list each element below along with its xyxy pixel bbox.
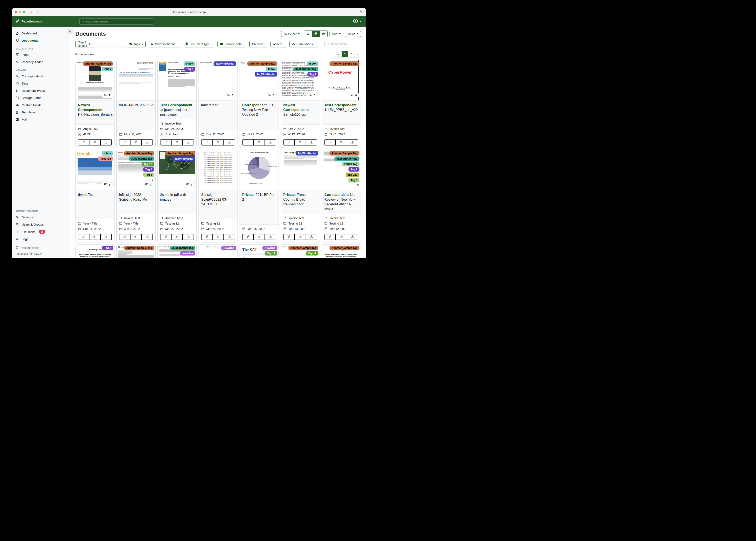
browser-forward-icon[interactable] xyxy=(36,10,39,14)
preview-document-button[interactable] xyxy=(295,139,306,145)
download-document-button[interactable] xyxy=(224,139,235,145)
download-document-button[interactable] xyxy=(183,234,194,240)
document-title[interactable]: Sonstige ScanPC2022 03-24_081058 xyxy=(199,190,237,219)
comment-count-badge[interactable]: 1 xyxy=(184,182,195,188)
document-card[interactable]: Country,Region/State,“1TagWithPartialtab… xyxy=(198,60,238,148)
edit-document-button[interactable] xyxy=(283,139,295,145)
download-document-button[interactable] xyxy=(224,234,235,240)
document-card[interactable]: Patient BP Distribution 2011Normal, 150,… xyxy=(240,150,279,242)
tag-another-sample-tag[interactable]: Another Sample Tag xyxy=(288,246,318,250)
tag-tag-2[interactable]: Tag 2 xyxy=(143,167,154,172)
tag-inbox[interactable]: Inbox xyxy=(102,151,113,156)
tag-another-sample-tag[interactable]: Another Sample Tag xyxy=(247,61,277,66)
sidebar-item-document-types[interactable]: Document Types xyxy=(12,87,70,94)
document-card[interactable]: 1Another Sample TagTagWithPartial2sample… xyxy=(157,150,197,242)
tag-partial-tag[interactable]: Partial Tag xyxy=(342,162,359,166)
tag-tag-2[interactable]: Tag 2 xyxy=(184,67,195,71)
view-mode-list-button[interactable] xyxy=(304,31,312,37)
document-thumbnail[interactable]: French Country Bread xyxy=(281,150,320,190)
preview-document-button[interactable] xyxy=(254,139,265,145)
app-brand[interactable]: Paperless-ngx xyxy=(15,19,42,24)
document-card[interactable]: This is a testAnother Sample TagTag 12 xyxy=(281,244,320,258)
sidebar-item-documents[interactable]: Documents xyxy=(12,37,70,44)
download-document-button[interactable] xyxy=(306,234,317,240)
sidebar-item-dashboard[interactable]: Dashboard xyxy=(12,30,70,37)
comment-count-badge[interactable]: 2 xyxy=(102,92,113,98)
edit-document-button[interactable] xyxy=(160,234,171,240)
document-card[interactable]: MEDICAL TEACHERMedical TeacherHas the ne… xyxy=(157,60,197,148)
edit-document-button[interactable] xyxy=(119,234,130,240)
preview-document-button[interactable] xyxy=(336,139,347,145)
document-title[interactable]: Test Correspondent 1: [paperless] test p… xyxy=(158,101,196,119)
document-thumbnail[interactable]: Country,Region/State,“1 xyxy=(199,60,237,101)
document-card[interactable]: The SATPracticeTest #1Make time to take … xyxy=(240,244,279,258)
edit-document-button[interactable] xyxy=(242,139,254,145)
document-title[interactable]: tablerates2 xyxy=(199,101,237,130)
document-title[interactable]: Private: French Country Bread Revised.do… xyxy=(281,190,320,214)
document-card[interactable]: Serial Number,Company Name,Employe978818… xyxy=(281,60,320,148)
tag-newone[interactable]: NewOne xyxy=(262,246,277,250)
download-document-button[interactable] xyxy=(101,139,112,145)
preview-document-button[interactable] xyxy=(171,234,183,240)
document-card[interactable]: DrylabNETFLIX1InboxTest Tagdrylab TestYe… xyxy=(75,150,115,242)
view-mode-details-button[interactable] xyxy=(320,31,327,37)
preview-document-button[interactable] xyxy=(336,234,347,240)
sidebar-item-storage-paths[interactable]: Storage Paths xyxy=(12,94,70,101)
document-title[interactable]: 2sample-pdf-with-images xyxy=(158,190,196,214)
document-card[interactable]: one,1.0five,5.01Another Sample TagInboxT… xyxy=(240,60,279,148)
tag-another-sample-tag[interactable]: Another Sample Tag xyxy=(83,61,113,66)
tag-newone[interactable]: NewOne xyxy=(180,251,195,256)
sidebar-item-file-tasks[interactable]: File Tasks16 xyxy=(12,228,70,236)
document-card[interactable]: Lorem ipsumLorem ipsum dolor sit amet, c… xyxy=(75,244,115,258)
select-button[interactable]: Select xyxy=(281,31,302,37)
edit-document-button[interactable] xyxy=(201,139,213,145)
download-document-button[interactable] xyxy=(183,139,194,145)
download-document-button[interactable] xyxy=(347,139,358,145)
preview-document-button[interactable] xyxy=(130,139,142,145)
document-card[interactable]: French Country BreadTagWithPartialPrivat… xyxy=(281,150,320,242)
tag-inbox[interactable]: Inbox xyxy=(266,67,277,71)
preview-document-button[interactable] xyxy=(171,139,183,145)
tag-tag-2[interactable]: Tag 2 xyxy=(307,72,318,77)
sidebar-item-correspondents[interactable]: Correspondents xyxy=(12,73,70,80)
document-title[interactable]: Correspondent 9: 1 Testing New Title Upd… xyxy=(240,101,279,130)
close-window-button[interactable] xyxy=(15,11,17,13)
tag-just-another-tag[interactable]: Just another tag xyxy=(293,67,318,71)
tag-another-sample-tag[interactable]: Another Sample Tag xyxy=(124,151,154,156)
tag-inbox[interactable]: Inbox xyxy=(102,67,113,71)
document-thumbnail[interactable]: ✹ BANK OF SCOTLAND2,0 % p. a. auf Ihr Ta… xyxy=(117,60,155,101)
document-thumbnail[interactable]: Patient BP Distribution 2011Normal, 150,… xyxy=(240,150,279,190)
document-card[interactable]: Another Sample TagJust another tagPartia… xyxy=(322,150,361,242)
document-thumbnail[interactable]: CyberPowerPowerPanel® Business EditionUs… xyxy=(322,60,361,101)
document-card[interactable]: Francja pod rNAPOLEON BONAPARTE2Another … xyxy=(75,60,115,148)
sidebar-item-inbox[interactable]: Inbox xyxy=(12,51,70,58)
download-document-button[interactable] xyxy=(306,139,317,145)
tag-another-sample-tag[interactable]: Another Sample Tag xyxy=(330,61,359,66)
minimize-window-button[interactable] xyxy=(19,11,21,13)
share-icon[interactable] xyxy=(359,10,363,14)
sidebar-item-logs[interactable]: Logs xyxy=(12,236,70,243)
document-card[interactable]: This is a multi page document. Page 1.Ne… xyxy=(198,244,238,258)
comment-count-badge[interactable]: 6 xyxy=(143,182,154,188)
browser-back-icon[interactable] xyxy=(30,10,33,14)
download-document-button[interactable] xyxy=(265,139,276,145)
edit-document-button[interactable] xyxy=(119,139,130,145)
tag-tagwithpartial[interactable]: TagWithPartial xyxy=(296,151,318,156)
document-card[interactable]: Test NameAnother Sample Tag xyxy=(116,244,156,258)
tag-tag-222[interactable]: Tag 222 xyxy=(346,173,359,177)
comment-count-badge[interactable]: 1 xyxy=(225,92,236,98)
edit-document-button[interactable] xyxy=(324,139,336,145)
sidebar-item-users-groups[interactable]: Users & Groups xyxy=(12,221,70,228)
document-title[interactable]: drylab Test xyxy=(76,190,114,219)
edit-document-button[interactable] xyxy=(324,234,336,240)
title-content-dropdown-button[interactable]: Title & content xyxy=(75,41,93,47)
preview-document-button[interactable] xyxy=(213,139,224,145)
sidebar-item-templates[interactable]: Templates xyxy=(12,109,70,116)
sidebar-item-custom-fields[interactable]: Custom Fields xyxy=(12,101,70,109)
filter-permissions-button[interactable]: Permissions xyxy=(289,41,318,47)
sidebar-collapse-button[interactable] xyxy=(67,29,73,34)
tag-tagwithpartial[interactable]: TagWithPartial xyxy=(172,157,195,161)
tag-tag-3[interactable]: Tag 3 xyxy=(143,173,154,177)
download-document-button[interactable] xyxy=(265,234,276,240)
preview-document-button[interactable] xyxy=(89,234,100,240)
